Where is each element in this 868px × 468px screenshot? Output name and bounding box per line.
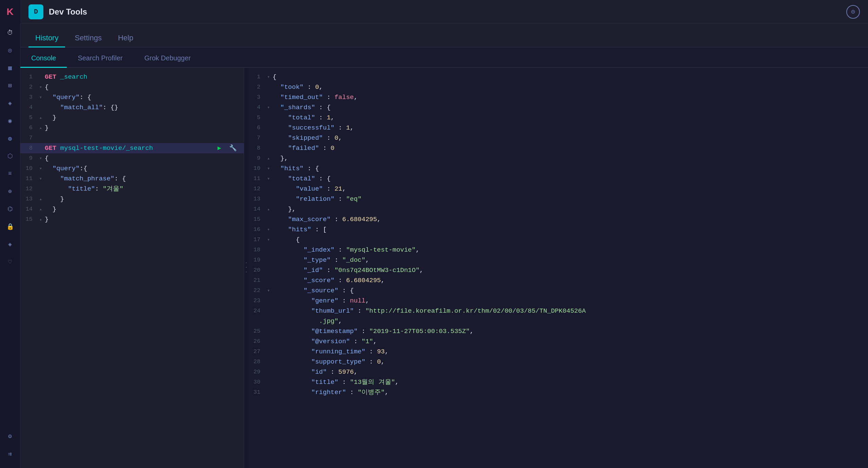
sidebar-item-canvas[interactable]: ◈ <box>3 96 18 111</box>
out-num-31: 31 <box>248 387 264 397</box>
nav-tab-help[interactable]: Help <box>111 30 140 47</box>
sidebar-item-security[interactable]: 🔒 <box>3 219 18 234</box>
out-fold-14[interactable]: ▴ <box>264 204 273 214</box>
sidebar-item-discover[interactable]: ◎ <box>3 43 18 58</box>
editor-line-10: 10 ▾ "query":{ <box>20 163 244 174</box>
out-fold-2 <box>264 82 273 92</box>
line-number-2: 2 <box>20 82 37 92</box>
out-fold-10[interactable]: ▾ <box>264 163 273 174</box>
out-content-29: "id" : 5976, <box>273 367 868 377</box>
user-avatar-icon[interactable]: ⊙ <box>846 5 860 19</box>
out-fold-22[interactable]: ▾ <box>264 286 273 296</box>
output-line-9: 9 ▴ }, <box>248 153 868 163</box>
line-content-1: GET _search <box>45 72 244 82</box>
out-content-16: "hits" : [ <box>273 225 868 235</box>
fold-1[interactable] <box>37 72 45 82</box>
line-number-7: 7 <box>20 133 37 143</box>
out-num-8: 8 <box>248 143 264 153</box>
out-fold-27 <box>264 347 273 357</box>
output-line-5: 5 "total" : 1, <box>248 113 868 123</box>
sidebar-item-visualize[interactable]: ▦ <box>3 60 18 75</box>
output-line-6: 6 "successful" : 1, <box>248 123 868 133</box>
out-fold-16[interactable]: ▾ <box>264 225 273 235</box>
sidebar-item-apm[interactable]: ⬡ <box>3 149 18 163</box>
sidebar-item-graph[interactable]: ◍ <box>3 131 18 146</box>
fold-15[interactable]: ▴ <box>37 214 45 225</box>
fold-8[interactable] <box>37 143 45 153</box>
sidebar-item-settings[interactable]: ⚙ <box>3 429 18 444</box>
fold-3[interactable]: ▾ <box>37 92 45 102</box>
sidebar-item-uptime[interactable]: ⌬ <box>3 201 18 216</box>
fold-11[interactable]: ▾ <box>37 174 45 184</box>
out-content-9: }, <box>273 153 868 163</box>
sidebar-item-logs[interactable]: ≡ <box>3 166 18 181</box>
pane-divider[interactable]: ··· <box>244 68 248 468</box>
code-editor[interactable]: 1 GET _search 2 ▾ { 3 ▾ "query": { <box>20 68 244 468</box>
table-icon: ⊞ <box>8 82 12 89</box>
output-line-17: 17 ▾ { <box>248 235 868 245</box>
out-fold-17[interactable]: ▾ <box>264 235 273 245</box>
output-line-18: 18 "_index" : "mysql-test-movie", <box>248 245 868 255</box>
fold-6[interactable]: ▴ <box>37 123 45 133</box>
out-fold-11[interactable]: ▾ <box>264 174 273 184</box>
out-content-25: "@timestamp" : "2019-11-27T05:00:03.535Z… <box>273 326 868 336</box>
line-number-13: 13 <box>20 194 37 204</box>
app-title: Dev Tools <box>49 7 87 17</box>
output-line-25: 25 "@timestamp" : "2019-11-27T05:00:03.5… <box>248 326 868 336</box>
sidebar-item-alerts[interactable]: ◈ <box>3 237 18 252</box>
out-fold-8 <box>264 143 273 153</box>
out-num-24: 24 <box>248 306 264 316</box>
fold-12[interactable] <box>37 184 45 194</box>
fold-4[interactable] <box>37 102 45 113</box>
sidebar-item-monitoring[interactable]: ♡ <box>3 254 18 269</box>
editor-line-4: 4 "match_all": {} <box>20 102 244 113</box>
out-fold-9[interactable]: ▴ <box>264 153 273 163</box>
wrench-button[interactable]: 🔧 <box>228 143 238 154</box>
out-fold-13 <box>264 194 273 204</box>
line-content-4: "match_all": {} <box>45 102 244 113</box>
topbar-right: ⊙ <box>846 5 860 19</box>
out-num-25: 25 <box>248 326 264 336</box>
nav-tab-settings[interactable]: Settings <box>68 30 108 47</box>
fold-2[interactable]: ▾ <box>37 82 45 92</box>
line-number-15: 15 <box>20 214 37 225</box>
out-num-16: 16 <box>248 225 264 235</box>
sidebar-item-dashboard[interactable]: ⊞ <box>3 78 18 93</box>
output-line-31: 31 "righter" : "이병주", <box>248 387 868 397</box>
out-content-20: "_id" : "0ns7q24BOtMW3-c1Dn1O", <box>273 265 868 275</box>
sidebar-item-history[interactable]: ⏱ <box>3 25 18 40</box>
out-fold-21 <box>264 275 273 286</box>
sidebar-item-collapse[interactable]: ⇉ <box>3 446 18 461</box>
output-pane[interactable]: 1 ▾ { 2 "took" : 0, 3 "timed_out" : fals… <box>248 68 868 468</box>
out-num-6: 6 <box>248 123 264 133</box>
tab-search-profiler[interactable]: Search Profiler <box>67 50 133 68</box>
heart-icon: ♡ <box>8 258 12 266</box>
tab-grok-debugger[interactable]: Grok Debugger <box>134 50 202 68</box>
output-line-16: 16 ▾ "hits" : [ <box>248 225 868 235</box>
out-fold-1[interactable]: ▾ <box>264 72 273 82</box>
sidebar-item-maps[interactable]: ◉ <box>3 113 18 128</box>
editor-line-7: 7 <box>20 133 244 143</box>
line-content-5: } <box>45 113 244 123</box>
out-num-4: 4 <box>248 102 264 113</box>
output-line-19: 19 "_type" : "_doc", <box>248 255 868 265</box>
out-fold-4[interactable]: ▾ <box>264 102 273 113</box>
fold-7[interactable] <box>37 133 45 143</box>
run-button[interactable]: ▶ <box>214 143 225 154</box>
app-logo: K <box>0 0 20 24</box>
output-line-26: 26 "@version" : "1", <box>248 336 868 347</box>
fold-13[interactable]: ▴ <box>37 194 45 204</box>
out-num-20: 20 <box>248 265 264 275</box>
editor-line-2: 2 ▾ { <box>20 82 244 92</box>
out-num-28: 28 <box>248 357 264 367</box>
nav-tab-history[interactable]: History <box>28 30 65 47</box>
output-line-8: 8 "failed" : 0 <box>248 143 868 153</box>
editor-line-14: 14 ▴ } <box>20 204 244 214</box>
fold-10[interactable]: ▾ <box>37 163 45 174</box>
fold-9[interactable]: ▾ <box>37 153 45 163</box>
fold-5[interactable]: ▴ <box>37 113 45 123</box>
output-line-11: 11 ▾ "total" : { <box>248 174 868 184</box>
sidebar-item-infrastructure[interactable]: ⊕ <box>3 184 18 199</box>
fold-14[interactable]: ▴ <box>37 204 45 214</box>
tab-console[interactable]: Console <box>20 50 67 68</box>
